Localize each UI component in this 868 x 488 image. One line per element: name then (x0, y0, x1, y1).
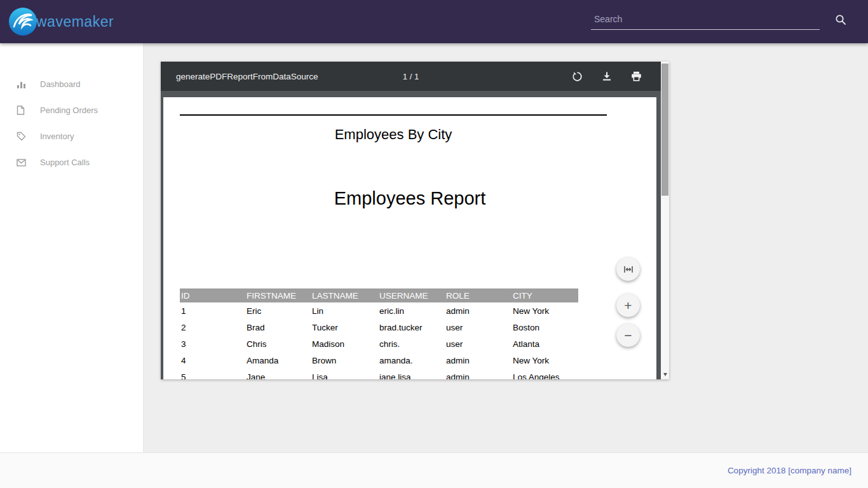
employees-table-body: 1EricLineric.linadminNew York2BradTucker… (180, 302, 578, 379)
app-header: wavemaker (0, 0, 868, 43)
rotate-icon (572, 73, 583, 84)
table-row: 5JaneLisajane.lisaadminLos Angeles (180, 369, 578, 379)
brand-text: wavemaker (36, 13, 114, 30)
table-row: 4AmandaBrownamanda.adminNew York (180, 352, 578, 369)
zoom-out-button[interactable]: − (616, 323, 640, 347)
zoom-in-button[interactable]: + (616, 294, 640, 317)
fit-page-icon (623, 264, 634, 274)
sidebar-item-label: Dashboard (40, 79, 81, 89)
sidebar-item-label: Support Calls (40, 158, 90, 167)
pdf-viewer: generatePDFReportFromDataSource 1 / 1 (161, 62, 669, 379)
table-row: 1EricLineric.linadminNew York (180, 302, 578, 319)
pdf-page: Employees By City Employees Report ID FI… (163, 97, 656, 379)
search-icon[interactable] (835, 14, 846, 25)
table-header-row: ID FIRSTNAME LASTNAME USERNAME ROLE CITY (180, 288, 578, 302)
sidebar-item-dashboard[interactable]: Dashboard (0, 71, 143, 97)
sidebar-item-pending-orders[interactable]: Pending Orders (0, 97, 143, 123)
scrollbar-thumb[interactable] (661, 64, 668, 196)
employees-table: ID FIRSTNAME LASTNAME USERNAME ROLE CITY… (180, 288, 578, 379)
download-button[interactable] (602, 71, 612, 81)
search-input[interactable] (591, 11, 820, 30)
report-title: Employees Report (163, 188, 656, 209)
copyright-text: Copyright 2018 [company name] (728, 466, 851, 475)
report-divider (180, 114, 607, 116)
search-field (591, 11, 820, 30)
sidebar: Dashboard Pending Orders Inventory Suppo… (0, 43, 144, 452)
fit-page-button[interactable] (616, 257, 640, 281)
app-footer: Copyright 2018 [company name] (0, 452, 868, 488)
report-subtitle: Employees By City (180, 126, 607, 143)
chevron-down-icon (663, 373, 667, 376)
document-icon (17, 105, 26, 115)
download-icon (602, 72, 612, 83)
wavemaker-logo-icon (8, 7, 37, 36)
pdf-content: Employees By City Employees Report ID FI… (161, 91, 661, 379)
main-content: generatePDFReportFromDataSource 1 / 1 (144, 43, 868, 452)
tag-icon (17, 132, 26, 141)
print-icon (631, 72, 642, 83)
envelope-icon (17, 159, 26, 166)
sidebar-item-inventory[interactable]: Inventory (0, 123, 143, 149)
wavemaker-logo[interactable]: wavemaker (8, 7, 114, 36)
pdf-title: generatePDFReportFromDataSource (176, 72, 318, 81)
rotate-button[interactable] (572, 71, 583, 82)
bar-chart-icon (17, 80, 26, 89)
sidebar-item-label: Inventory (40, 132, 74, 141)
page-indicator: 1 / 1 (403, 72, 419, 81)
sidebar-item-label: Pending Orders (40, 105, 98, 115)
pdf-scrollbar[interactable] (661, 62, 669, 379)
table-row: 3ChrisMadisonchris.userAtlanta (180, 336, 578, 352)
print-button[interactable] (631, 71, 642, 81)
sidebar-item-support-calls[interactable]: Support Calls (0, 149, 143, 175)
scroll-down-button[interactable] (661, 370, 669, 379)
pdf-toolbar: generatePDFReportFromDataSource 1 / 1 (161, 62, 661, 91)
table-row: 2BradTuckerbrad.tuckeruserBoston (180, 319, 578, 336)
